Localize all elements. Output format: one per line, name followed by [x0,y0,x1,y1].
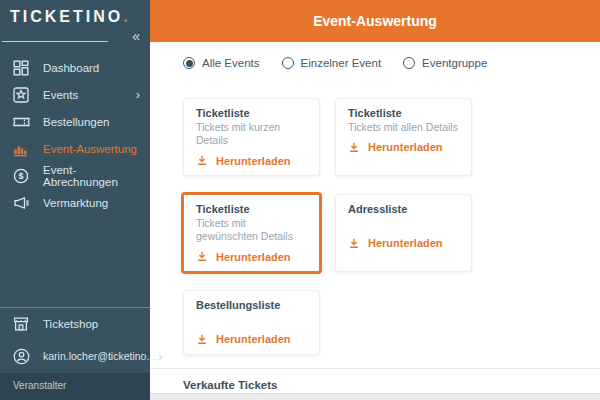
chevron-right-icon: › [158,350,162,363]
card-title: Ticketliste [348,107,459,121]
main-area: Event-Auswertung Alle Events Einzelner E… [150,0,600,400]
sidebar-item-bestellungen[interactable]: Bestellungen [0,108,150,135]
herunterladen-label: Herunterladen [216,333,291,345]
sidebar-item-label: Event-Abrechnungen [43,164,140,188]
herunterladen-label: Herunterladen [216,251,291,263]
sidebar-item-label: Vermarktung [43,197,108,209]
herunterladen-label: Herunterladen [368,141,443,153]
radio-unselected-icon [282,57,294,69]
herunterladen-link[interactable]: Herunterladen [196,333,307,346]
shop-icon [13,315,32,332]
card-ticketliste-gewuenscht: Ticketliste Tickets mit gewünschten Deta… [181,192,322,274]
radio-label: Einzelner Event [301,57,382,69]
card-title: Adressliste [348,203,459,217]
brand-logo[interactable]: TICKETINO. [10,8,150,26]
sidebar-collapse-button[interactable]: « [132,29,140,43]
sidebar-nav: Dashboard Events › [0,54,150,216]
card-ticketliste-alle: Ticketliste Tickets mit allen Details He… [335,98,472,176]
radio-einzelner-event[interactable]: Einzelner Event [282,57,382,69]
download-icon [196,154,208,167]
sidebar-item-dashboard[interactable]: Dashboard [0,54,150,81]
sidebar-item-label: Events [43,89,78,101]
sidebar-item-label: Ticketshop [43,318,98,330]
herunterladen-link[interactable]: Herunterladen [196,154,307,167]
herunterladen-link[interactable]: Herunterladen [348,237,459,250]
role-label: Veranstalter [13,380,66,391]
card-title: Ticketliste [196,203,307,217]
dollar-circle-icon: $ [13,168,32,184]
sidebar-item-label: Bestellungen [43,116,110,128]
radio-eventgruppe[interactable]: Eventgruppe [403,57,487,69]
brand-logo-dot: . [123,8,127,25]
bar-chart-icon [13,141,32,157]
card-subtitle [196,313,307,326]
star-square-icon [13,87,32,103]
svg-text:$: $ [18,171,23,181]
sidebar-item-event-auswertung[interactable]: Event-Auswertung [0,135,150,162]
card-adressliste: Adressliste Herunterladen [335,194,472,272]
card-subtitle: Tickets mit gewünschten Details [196,217,307,243]
event-scope-radios: Alle Events Einzelner Event Eventgruppe [150,42,600,69]
radio-alle-events[interactable]: Alle Events [183,57,260,69]
download-cards: Ticketliste Tickets mit kurzen Details H… [183,98,600,355]
download-icon [348,141,360,154]
sidebar-item-vermarktung[interactable]: Vermarktung [0,189,150,216]
radio-selected-icon [183,57,195,69]
herunterladen-link[interactable]: Herunterladen [196,250,307,263]
megaphone-icon [13,195,32,211]
sidebar: TICKETINO. « Dashboard [0,0,150,400]
role-strip: Veranstalter [0,373,150,400]
ticketino-app: TICKETINO. « Dashboard [0,0,600,400]
card-bestellungsliste: Bestellungsliste Herunterladen [183,290,320,355]
ticket-icon [13,114,32,130]
radio-label: Eventgruppe [422,57,487,69]
sidebar-item-event-abrechnungen[interactable]: $ Event-Abrechnungen [0,162,150,189]
collapse-chevrons-icon: « [132,28,140,44]
radio-label: Alle Events [202,57,260,69]
sidebar-footer: Ticketshop karin.locher@ticketino.... › … [0,307,150,400]
download-icon [348,237,360,250]
card-subtitle [348,217,459,230]
sidebar-header: TICKETINO. « [0,0,150,43]
card-title: Ticketliste [196,107,307,121]
user-circle-icon [13,348,32,365]
herunterladen-link[interactable]: Herunterladen [348,141,459,154]
download-icon [196,250,208,263]
card-subtitle: Tickets mit allen Details [348,121,459,134]
herunterladen-label: Herunterladen [368,237,443,249]
card-subtitle: Tickets mit kurzen Details [196,121,307,147]
logo-divider [2,41,108,42]
bottom-strip [150,393,600,400]
sidebar-item-account[interactable]: karin.locher@ticketino.... › [0,339,150,373]
page-title: Event-Auswertung [313,13,437,29]
section-title: Verkaufte Tickets [183,379,584,391]
download-icon [196,333,208,346]
radio-unselected-icon [403,57,415,69]
account-email-label: karin.locher@ticketino.... [43,350,158,362]
sidebar-item-label: Event-Auswertung [43,143,137,155]
dashboard-grid-icon [13,60,32,76]
card-title: Bestellungsliste [196,299,307,313]
sidebar-item-label: Dashboard [43,62,99,74]
herunterladen-label: Herunterladen [216,155,291,167]
card-ticketliste-kurz: Ticketliste Tickets mit kurzen Details H… [183,98,320,176]
chevron-right-icon: › [136,88,140,101]
page-header: Event-Auswertung [150,0,600,42]
sidebar-item-events[interactable]: Events › [0,81,150,108]
brand-logo-text: TICKETINO [10,8,123,25]
sidebar-item-ticketshop[interactable]: Ticketshop [0,308,150,339]
